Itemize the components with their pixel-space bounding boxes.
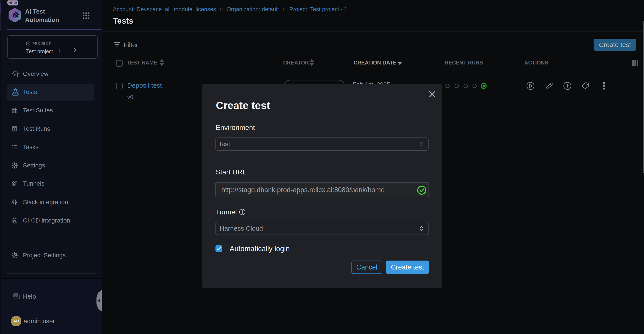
svg-text:?: ? <box>15 294 16 297</box>
